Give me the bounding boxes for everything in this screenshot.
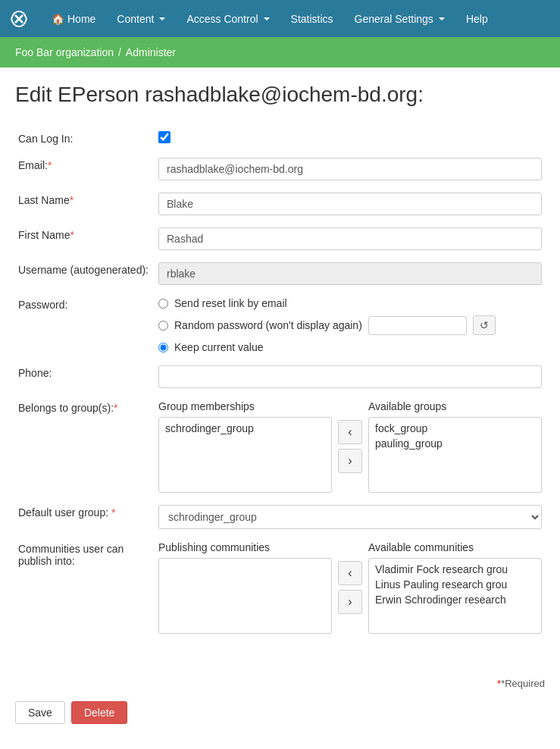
username-cell [155, 256, 545, 291]
nav-access-control[interactable]: Access Control [177, 8, 278, 30]
list-item[interactable]: pauling_group [372, 436, 538, 451]
last-name-required-star: * [70, 194, 74, 206]
default-group-select[interactable]: schrodinger_group [158, 505, 542, 529]
delete-button[interactable]: Delete [71, 701, 127, 724]
can-log-in-row: Can Log In: [15, 125, 545, 152]
access-control-link[interactable]: Access Control [177, 8, 278, 30]
send-reset-row: Send reset link by email [158, 297, 542, 309]
access-control-label: Access Control [186, 13, 258, 25]
group-memberships-wrap: Group memberships schrodinger_group [158, 400, 332, 493]
groups-layout: Group memberships schrodinger_group ‹ › … [158, 400, 542, 493]
first-name-cell [155, 221, 545, 256]
community-move-left-button[interactable]: ‹ [338, 561, 362, 585]
general-settings-link[interactable]: General Settings [346, 8, 454, 30]
group-memberships-label: Group memberships [158, 400, 332, 412]
publishing-communities-listbox[interactable] [158, 558, 332, 634]
email-required-star: * [48, 159, 52, 171]
communities-label: Communities user can publish into: [15, 535, 155, 640]
can-log-in-checkbox[interactable] [158, 131, 171, 143]
first-name-input[interactable] [158, 227, 542, 250]
breadcrumb-org[interactable]: Foo Bar organization [15, 46, 114, 58]
community-move-right-button[interactable]: › [338, 590, 362, 614]
group-arrow-buttons: ‹ › [338, 400, 362, 473]
keep-current-label: Keep current value [174, 341, 264, 353]
email-row: Email:* [15, 152, 545, 186]
breadcrumb: Foo Bar organization / Administer [0, 37, 560, 67]
first-name-required-star: * [70, 229, 74, 241]
phone-cell [155, 359, 545, 394]
help-link[interactable]: Help [457, 8, 497, 30]
edit-form: Can Log In: Email:* Last Name* [15, 125, 545, 640]
nav-content[interactable]: Content [108, 8, 174, 30]
email-cell [155, 152, 545, 186]
general-settings-caret [439, 17, 445, 20]
save-button[interactable]: Save [15, 701, 65, 724]
username-input [158, 262, 542, 285]
last-name-input[interactable] [158, 193, 542, 215]
send-reset-radio[interactable] [158, 299, 168, 309]
last-name-label: Last Name* [15, 186, 155, 221]
content-link[interactable]: Content [108, 8, 174, 30]
available-communities-label: Available communities [368, 541, 542, 553]
refresh-password-button[interactable]: ↺ [473, 315, 496, 335]
nav-help[interactable]: Help [457, 8, 497, 30]
password-row: Password: Send reset link by email Rando… [15, 291, 545, 359]
available-groups-listbox[interactable]: fock_group pauling_group [368, 417, 542, 493]
statistics-label: Statistics [291, 13, 333, 25]
available-groups-label: Available groups [368, 400, 542, 412]
available-communities-wrap: Available communities Vladimir Fock rese… [368, 541, 542, 634]
group-memberships-listbox[interactable]: schrodinger_group [158, 417, 332, 493]
list-item[interactable]: Linus Pauling research grou [372, 577, 538, 592]
phone-input[interactable] [158, 365, 542, 388]
default-group-row: Default user group: * schrodinger_group [15, 499, 545, 535]
required-note-text: *Required [501, 678, 545, 689]
list-item[interactable]: fock_group [372, 421, 538, 436]
random-password-label: Random password (won't display again) [174, 319, 362, 331]
required-note: **Required [15, 678, 545, 689]
nav-menu: 🏠 Home Content Access Control Statistics… [42, 8, 497, 30]
username-row: Username (autogenerated): [15, 256, 545, 291]
send-reset-label: Send reset link by email [174, 297, 287, 309]
random-password-row: Random password (won't display again) ↺ [158, 315, 542, 335]
content-label: Content [117, 13, 154, 25]
random-password-radio[interactable] [158, 321, 168, 331]
communities-layout: Publishing communities ‹ › Available com… [158, 541, 542, 634]
keep-current-radio[interactable] [158, 343, 168, 353]
form-footer: **Required Save Delete [0, 663, 560, 739]
password-label: Password: [15, 291, 155, 359]
first-name-row: First Name* [15, 221, 545, 256]
brand-logo[interactable] [8, 8, 35, 30]
phone-label: Phone: [15, 359, 155, 394]
home-label: Home [67, 13, 95, 25]
password-options: Send reset link by email Random password… [158, 297, 542, 353]
list-item[interactable]: Vladimir Fock research grou [372, 562, 538, 577]
random-password-input[interactable] [368, 316, 467, 335]
nav-general-settings[interactable]: General Settings [346, 8, 454, 30]
home-icon: 🏠 [52, 13, 64, 25]
default-group-cell: schrodinger_group [155, 499, 545, 535]
move-right-button[interactable]: › [338, 449, 362, 473]
move-left-button[interactable]: ‹ [338, 420, 362, 444]
can-log-in-cell [155, 125, 545, 152]
first-name-label: First Name* [15, 221, 155, 256]
statistics-link[interactable]: Statistics [282, 8, 343, 30]
content-caret [159, 17, 165, 20]
phone-row: Phone: [15, 359, 545, 394]
last-name-cell [155, 186, 545, 221]
belongs-required-star: * [114, 402, 117, 414]
can-log-in-label: Can Log In: [15, 125, 155, 152]
groups-cell: Group memberships schrodinger_group ‹ › … [155, 394, 545, 499]
list-item[interactable]: Erwin Schrodinger research [372, 592, 538, 607]
list-item[interactable]: schrodinger_group [162, 421, 328, 436]
community-arrow-buttons: ‹ › [338, 541, 362, 614]
navbar: 🏠 Home Content Access Control Statistics… [0, 0, 560, 37]
email-input[interactable] [158, 158, 542, 180]
help-label: Help [466, 13, 488, 25]
nav-home[interactable]: 🏠 Home [42, 8, 105, 30]
home-link[interactable]: 🏠 Home [42, 8, 105, 30]
available-communities-listbox[interactable]: Vladimir Fock research grou Linus Paulin… [368, 558, 542, 634]
main-content: Edit EPerson rashadblake@iochem-bd.org: … [0, 67, 560, 663]
keep-current-row: Keep current value [158, 341, 542, 353]
nav-statistics[interactable]: Statistics [282, 8, 343, 30]
access-control-caret [264, 17, 270, 20]
